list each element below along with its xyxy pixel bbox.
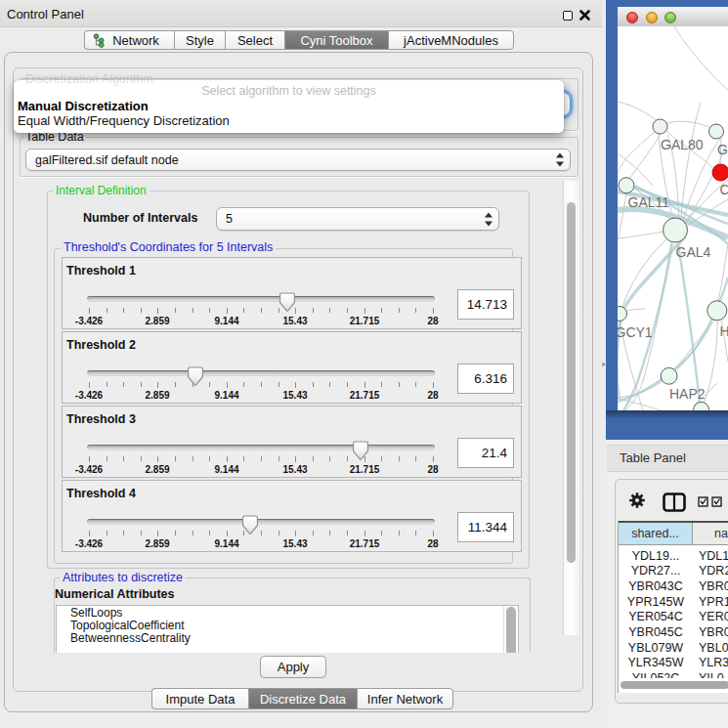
svg-text:C: C	[720, 182, 728, 197]
svg-text:H: H	[720, 323, 728, 339]
svg-text:GCY1: GCY1	[618, 324, 653, 340]
svg-text:GA: GA	[717, 142, 728, 157]
svg-text:GAL80: GAL80	[661, 137, 704, 152]
svg-text:GAL11: GAL11	[628, 194, 670, 210]
svg-text:HAP2: HAP2	[669, 386, 706, 402]
svg-text:GAL4: GAL4	[676, 244, 711, 260]
